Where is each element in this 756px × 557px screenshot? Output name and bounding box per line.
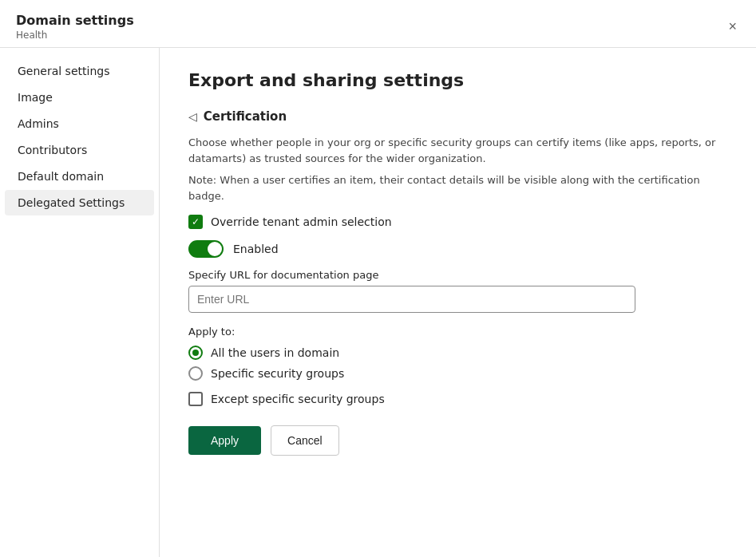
radio-dot-icon	[192, 350, 199, 356]
enabled-toggle[interactable]	[188, 240, 224, 258]
section-collapse-icon[interactable]: ◁	[188, 110, 197, 123]
apply-to-label: Apply to:	[188, 326, 727, 338]
footer-buttons: Apply Cancel	[188, 425, 727, 456]
url-input[interactable]	[188, 286, 635, 313]
modal: Domain settings Health × General setting…	[0, 0, 756, 557]
except-checkbox[interactable]	[188, 392, 203, 406]
sidebar-item-image[interactable]: Image	[5, 85, 154, 110]
modal-title: Domain settings	[16, 13, 134, 28]
radio-specific-groups-row: Specific security groups	[188, 366, 727, 381]
except-checkbox-row: Except specific security groups	[188, 392, 727, 406]
sidebar-item-default-domain[interactable]: Default domain	[5, 164, 154, 189]
close-button[interactable]: ×	[725, 15, 740, 38]
radio-specific-groups-label: Specific security groups	[211, 367, 344, 380]
sidebar-item-contributors[interactable]: Contributors	[5, 137, 154, 163]
section-header: ◁ Certification	[188, 109, 727, 124]
header-text: Domain settings Health	[16, 13, 134, 41]
modal-body: General settings Image Admins Contributo…	[0, 48, 756, 557]
description-1: Choose whether people in your org or spe…	[188, 135, 727, 166]
modal-subtitle: Health	[16, 30, 134, 41]
radio-specific-groups[interactable]	[188, 366, 203, 381]
certification-section: ◁ Certification Choose whether people in…	[188, 109, 727, 456]
cancel-button[interactable]: Cancel	[271, 425, 339, 456]
modal-header: Domain settings Health ×	[0, 0, 756, 48]
sidebar-item-general-settings[interactable]: General settings	[5, 58, 154, 84]
checkmark-icon: ✓	[192, 217, 200, 227]
description-2: Note: When a user certifies an item, the…	[188, 172, 727, 203]
except-label: Except specific security groups	[211, 393, 385, 405]
url-field-label: Specify URL for documentation page	[188, 269, 727, 281]
sidebar: General settings Image Admins Contributo…	[0, 48, 160, 557]
radio-all-users[interactable]	[188, 346, 203, 360]
apply-button[interactable]: Apply	[188, 426, 261, 455]
sidebar-item-admins[interactable]: Admins	[5, 111, 154, 136]
sidebar-item-delegated-settings[interactable]: Delegated Settings	[5, 190, 154, 215]
page-title: Export and sharing settings	[188, 70, 727, 90]
toggle-knob	[208, 242, 222, 256]
close-icon: ×	[728, 18, 737, 35]
main-content: Export and sharing settings ◁ Certificat…	[160, 48, 756, 557]
radio-all-users-row: All the users in domain	[188, 346, 727, 360]
enabled-label: Enabled	[233, 243, 279, 255]
enabled-toggle-row: Enabled	[188, 240, 727, 258]
override-label: Override tenant admin selection	[211, 215, 392, 228]
radio-all-users-label: All the users in domain	[211, 346, 339, 359]
override-checkbox[interactable]: ✓	[188, 215, 203, 229]
section-title: Certification	[204, 109, 287, 124]
override-checkbox-row: ✓ Override tenant admin selection	[188, 215, 727, 229]
